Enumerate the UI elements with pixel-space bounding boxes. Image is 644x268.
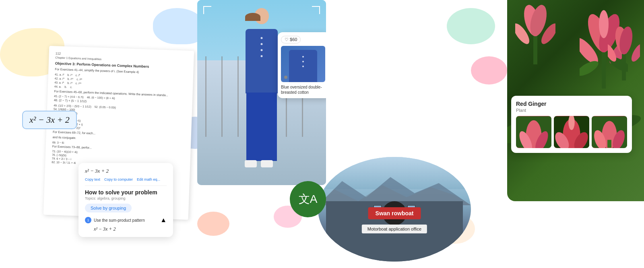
translate-badge: 文A xyxy=(290,181,326,217)
how-solve-title: How to solve your problem xyxy=(85,189,167,196)
action-row: Copy text Copy to computer Edit math eq.… xyxy=(85,177,167,181)
plant-photo-1[interactable] xyxy=(516,116,551,148)
plant-photo-3[interactable] xyxy=(592,116,627,148)
motorboat-office-sign: Motorboat application office xyxy=(362,225,427,233)
mint-blob xyxy=(447,8,495,44)
translate-icon: 文A xyxy=(299,192,318,207)
price-tag: ♡ $60 xyxy=(281,36,301,43)
edit-math-btn[interactable]: Edit math eq... xyxy=(137,177,160,181)
price-value: $60 xyxy=(290,37,297,42)
svg-rect-38 xyxy=(607,140,611,148)
step-description: Use the sum-product pattern xyxy=(94,218,160,223)
swan-rowboat-sign: Swan rowboat xyxy=(368,207,421,219)
solve-by-grouping-btn[interactable]: Solve by grouping xyxy=(85,204,132,212)
copy-computer-btn[interactable]: Copy to computer xyxy=(104,177,133,181)
garment-image xyxy=(281,46,325,82)
svg-point-7 xyxy=(599,10,609,38)
chevron-up-icon: ▲ xyxy=(160,216,167,224)
focus-corner-tr xyxy=(312,6,320,14)
copy-text-btn[interactable]: Copy text xyxy=(85,177,100,181)
divider xyxy=(85,186,167,186)
clothing-card: ♡ $60 Blue oversized double-breasted cot… xyxy=(278,32,326,98)
focus-corner-tl xyxy=(203,6,211,14)
plant-name: Red Ginger xyxy=(516,101,627,107)
step-row: 1 Use the sum-product pattern ▲ xyxy=(85,216,167,224)
svg-rect-10 xyxy=(533,32,537,64)
plant-photo-2[interactable] xyxy=(554,116,589,148)
garment-name: Blue oversized double-breasted cotton xyxy=(281,85,326,95)
ginger-flower-2 xyxy=(515,0,555,64)
translate-section: 文A xyxy=(298,157,471,268)
pink-blob-1 xyxy=(471,56,507,85)
step-formula: x² − 3x + 2 xyxy=(85,226,167,232)
plant-type: Plant xyxy=(516,108,627,113)
peach-blob xyxy=(197,212,229,236)
formula-display: x² − 3x + 2 xyxy=(29,115,70,125)
plants-section: Red Ginger Plant xyxy=(507,0,644,201)
ginger-card: Red Ginger Plant xyxy=(511,96,632,153)
solve-panel: x² − 3x + 2 Copy text Copy to computer E… xyxy=(78,163,173,237)
heart-icon: ♡ xyxy=(285,37,289,42)
topics-label: Topics: algebra, grouping xyxy=(85,196,167,200)
panel-formula: x² − 3x + 2 xyxy=(85,168,167,174)
step-number: 1 xyxy=(85,217,91,223)
plant-photos-row xyxy=(516,116,627,148)
math-formula-box: x² − 3x + 2 xyxy=(22,111,77,129)
building-photo: ③ Swan rowboat Motorboat application off… xyxy=(318,157,471,262)
